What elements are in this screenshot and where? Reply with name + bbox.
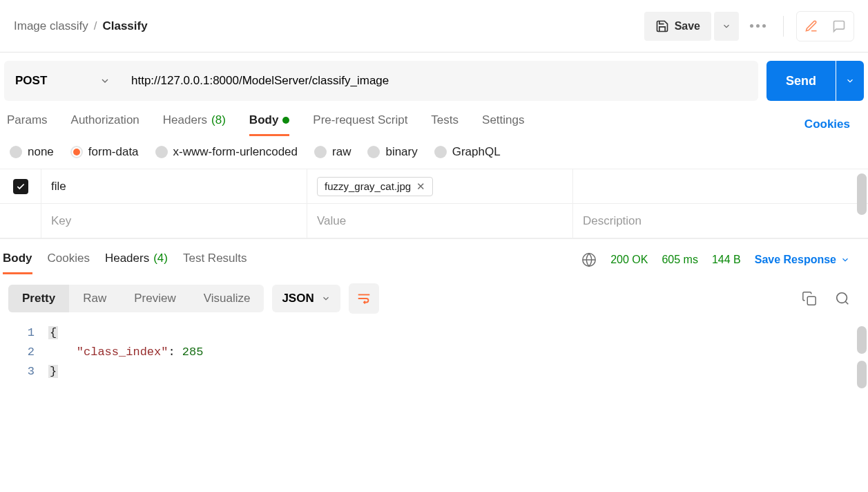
- wrap-lines-button[interactable]: [349, 283, 379, 314]
- tab-body[interactable]: Body: [249, 113, 290, 135]
- response-size: 144 B: [712, 254, 741, 266]
- radio-icon: [314, 146, 327, 158]
- file-chip: fuzzy_gray_cat.jpg ✕: [317, 177, 433, 196]
- svg-line-5: [845, 301, 848, 304]
- url-input[interactable]: [122, 61, 758, 101]
- response-body: 1 { 2 "class_index": 285 3 }: [0, 323, 868, 381]
- radio-icon: [434, 146, 447, 158]
- body-type-none[interactable]: none: [10, 145, 54, 159]
- method-label: POST: [15, 74, 47, 88]
- method-select[interactable]: POST: [4, 61, 122, 101]
- divider: [783, 16, 784, 37]
- save-button[interactable]: Save: [644, 12, 711, 41]
- view-mode-visualize[interactable]: Visualize: [190, 285, 264, 312]
- response-tab-headers[interactable]: Headers (4): [105, 246, 168, 274]
- search-button[interactable]: [835, 291, 850, 306]
- description-placeholder[interactable]: Description: [573, 204, 868, 238]
- send-menu-button[interactable]: [836, 61, 864, 101]
- more-button[interactable]: [744, 12, 771, 41]
- cookies-link[interactable]: Cookies: [804, 117, 850, 131]
- code-line: 1 {: [0, 323, 868, 343]
- chevron-down-icon: [840, 255, 850, 265]
- form-data-table: file fuzzy_gray_cat.jpg ✕ Key Value Desc…: [0, 169, 868, 238]
- body-type-x-www[interactable]: x-www-form-urlencoded: [155, 145, 298, 159]
- radio-icon: [10, 146, 22, 158]
- format-select[interactable]: JSON: [272, 285, 340, 312]
- response-status: 200 OK: [610, 254, 648, 266]
- line-number: 3: [0, 362, 48, 381]
- copy-icon: [802, 291, 817, 306]
- scrollbar-thumb[interactable]: [857, 326, 867, 354]
- remove-file-button[interactable]: ✕: [416, 180, 425, 193]
- search-icon: [835, 291, 850, 306]
- line-number: 2: [0, 343, 48, 362]
- tab-params[interactable]: Params: [7, 113, 48, 135]
- row-checkbox[interactable]: [13, 179, 28, 194]
- key-placeholder[interactable]: Key: [41, 204, 307, 238]
- breadcrumb-request[interactable]: Classify: [102, 19, 147, 33]
- edit-button[interactable]: [799, 14, 824, 39]
- scrollbar-thumb[interactable]: [857, 361, 867, 388]
- chevron-down-icon: [845, 76, 855, 86]
- svg-rect-3: [807, 296, 816, 305]
- copy-button[interactable]: [802, 291, 817, 306]
- tab-settings[interactable]: Settings: [482, 113, 524, 135]
- breadcrumb: Image classify / Classify: [14, 19, 148, 33]
- tab-tests[interactable]: Tests: [431, 113, 459, 135]
- table-row-placeholder: Key Value Description: [0, 204, 868, 238]
- breadcrumb-workspace[interactable]: Image classify: [14, 19, 88, 33]
- save-menu-button[interactable]: [714, 12, 739, 41]
- body-type-graphql[interactable]: GraphQL: [434, 145, 501, 159]
- body-type-form-data[interactable]: form-data: [70, 145, 139, 159]
- table-row: file fuzzy_gray_cat.jpg ✕: [0, 169, 868, 204]
- code-line: 2 "class_index": 285: [0, 343, 868, 362]
- chevron-down-icon: [321, 294, 331, 303]
- radio-selected-icon: [70, 146, 83, 158]
- response-time: 605 ms: [662, 254, 697, 266]
- headers-count: (8): [211, 113, 226, 127]
- file-name: fuzzy_gray_cat.jpg: [325, 180, 411, 192]
- tab-authorization[interactable]: Authorization: [71, 113, 139, 135]
- save-icon: [655, 19, 669, 33]
- wrap-icon: [356, 291, 372, 306]
- pencil-icon: [804, 19, 818, 33]
- response-tab-test-results[interactable]: Test Results: [183, 246, 247, 274]
- view-mode-raw[interactable]: Raw: [69, 285, 120, 312]
- view-mode-pretty[interactable]: Pretty: [8, 285, 69, 312]
- body-active-dot-icon: [282, 117, 289, 124]
- view-mode-preview[interactable]: Preview: [120, 285, 189, 312]
- svg-point-4: [837, 293, 847, 303]
- value-placeholder[interactable]: Value: [307, 204, 573, 238]
- radio-icon: [155, 146, 168, 158]
- chevron-down-icon: [722, 21, 731, 31]
- response-tab-cookies[interactable]: Cookies: [48, 246, 90, 274]
- save-label: Save: [675, 20, 700, 32]
- comment-icon: [832, 19, 846, 33]
- code-line: 3 }: [0, 362, 868, 381]
- save-response-button[interactable]: Save Response: [755, 254, 850, 266]
- send-button[interactable]: Send: [766, 61, 836, 101]
- breadcrumb-separator: /: [94, 19, 97, 33]
- more-icon: [750, 24, 766, 28]
- description-cell[interactable]: [573, 169, 868, 203]
- tab-prerequest[interactable]: Pre-request Script: [313, 113, 407, 135]
- key-cell[interactable]: file: [41, 169, 307, 203]
- line-number: 1: [0, 323, 48, 343]
- response-headers-count: (4): [153, 252, 168, 265]
- value-cell[interactable]: fuzzy_gray_cat.jpg ✕: [307, 169, 573, 203]
- format-label: JSON: [282, 292, 314, 305]
- body-type-binary[interactable]: binary: [367, 145, 417, 159]
- body-type-raw[interactable]: raw: [314, 145, 351, 159]
- chevron-down-icon: [99, 75, 110, 86]
- check-icon: [16, 182, 26, 191]
- radio-icon: [367, 146, 380, 158]
- response-tab-body[interactable]: Body: [3, 246, 32, 274]
- comment-button[interactable]: [827, 14, 851, 39]
- tab-headers[interactable]: Headers (8): [163, 113, 226, 135]
- network-icon[interactable]: [581, 252, 597, 267]
